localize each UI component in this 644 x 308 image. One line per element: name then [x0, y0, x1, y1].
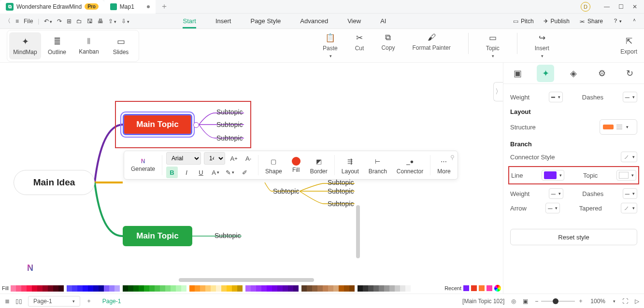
file-menu[interactable]: File: [24, 18, 33, 25]
panel-toggle-button[interactable]: 〉: [493, 82, 503, 101]
generate-button[interactable]: N Generate: [128, 158, 158, 172]
share-button[interactable]: ⫘Share: [579, 18, 603, 25]
color-swatch[interactable]: [344, 285, 349, 292]
color-swatch[interactable]: [27, 285, 32, 292]
color-swatch[interactable]: [349, 285, 355, 292]
color-swatch[interactable]: [139, 285, 144, 292]
color-swatch[interactable]: [293, 285, 299, 292]
menu-button[interactable]: ≡: [15, 18, 19, 25]
color-swatch[interactable]: [261, 285, 267, 292]
color-swatch[interactable]: [283, 285, 288, 292]
color-swatch[interactable]: [53, 285, 58, 292]
color-swatch[interactable]: [363, 285, 368, 292]
pitch-button[interactable]: ▭Pitch: [513, 18, 534, 25]
tab-insert[interactable]: Insert: [215, 14, 231, 28]
color-swatch[interactable]: [21, 285, 27, 292]
weight-select[interactable]: ─ ▾: [549, 188, 563, 199]
tapered-select[interactable]: ⟋ ▾: [621, 203, 637, 213]
color-swatch[interactable]: [109, 285, 114, 292]
color-swatch[interactable]: [373, 285, 379, 292]
shape-button[interactable]: ▢Shape: [262, 155, 285, 175]
color-swatch[interactable]: [200, 285, 205, 292]
node-subtopic[interactable]: Subtopic: [273, 187, 299, 195]
color-swatch[interactable]: [104, 285, 109, 292]
insert-button[interactable]: ↪Insert▾: [535, 33, 549, 58]
recent-swatch[interactable]: [463, 285, 469, 291]
cut-button[interactable]: ✂Cut: [355, 33, 364, 58]
layout-button[interactable]: ⇶Layout: [339, 155, 362, 175]
color-swatch[interactable]: [216, 285, 221, 292]
outline-toggle-icon[interactable]: ≣: [5, 298, 10, 305]
back-button[interactable]: 〈: [5, 17, 11, 25]
topic-button[interactable]: ▭Topic▾: [486, 33, 500, 58]
color-swatch[interactable]: [312, 285, 317, 292]
color-swatch[interactable]: [144, 285, 149, 292]
color-swatch[interactable]: [400, 285, 405, 292]
color-swatch[interactable]: [384, 285, 389, 292]
structure-select[interactable]: ▾: [600, 119, 637, 135]
color-swatch[interactable]: [123, 285, 128, 292]
tab-page-style[interactable]: Page Style: [250, 14, 281, 28]
rp-tab-format[interactable]: ✦: [537, 65, 554, 82]
color-swatch[interactable]: [368, 285, 373, 292]
color-swatch[interactable]: [16, 285, 21, 292]
locate-button[interactable]: ◎: [511, 298, 516, 305]
close-button[interactable]: ✕: [632, 3, 637, 10]
color-swatch[interactable]: [77, 285, 83, 292]
zoom-in-button[interactable]: ＋: [578, 297, 584, 305]
color-swatch[interactable]: [317, 285, 323, 292]
color-swatch[interactable]: [323, 285, 328, 292]
color-swatch[interactable]: [328, 285, 333, 292]
color-swatch[interactable]: [333, 285, 339, 292]
format-painter-button[interactable]: 🖌Format Painter: [412, 33, 450, 58]
recent-swatch[interactable]: [471, 285, 477, 291]
color-swatch[interactable]: [181, 285, 186, 292]
color-swatch[interactable]: [165, 285, 171, 292]
color-swatch[interactable]: [277, 285, 283, 292]
color-swatch[interactable]: [379, 285, 384, 292]
canvas[interactable]: 〉 Main Topic Subtopic Subtopic Subtopic …: [0, 63, 503, 294]
fill-button[interactable]: Fill: [289, 157, 303, 173]
connector-style-select[interactable]: ⟋ ▾: [621, 152, 637, 162]
publish-button[interactable]: ✈Publish: [544, 18, 570, 25]
color-swatch[interactable]: [237, 285, 243, 292]
color-swatch[interactable]: [171, 285, 176, 292]
print-button[interactable]: 🖶: [98, 18, 103, 25]
color-swatch[interactable]: [211, 285, 216, 292]
color-swatch[interactable]: [301, 285, 307, 292]
node-main-topic-1[interactable]: Main Topic: [123, 114, 192, 135]
color-swatch[interactable]: [195, 285, 200, 292]
topic-color-select[interactable]: ▾: [616, 170, 636, 181]
new-tab-button[interactable]: ＋: [160, 3, 168, 11]
tab-ai[interactable]: AI: [380, 14, 386, 28]
pin-icon[interactable]: ⚲: [450, 154, 455, 161]
color-swatch[interactable]: [133, 285, 139, 292]
export-quick-button[interactable]: ⇪▾: [108, 18, 116, 25]
view-kanban[interactable]: ⦀Kanban: [73, 32, 105, 59]
node-subtopic[interactable]: Subtopic: [328, 200, 354, 208]
zoom-out-button[interactable]: −: [535, 298, 538, 305]
color-swatch[interactable]: [72, 285, 77, 292]
color-swatch[interactable]: [114, 285, 120, 292]
color-swatch[interactable]: [67, 285, 72, 292]
node-main-topic-3[interactable]: Main Topic: [123, 226, 192, 246]
new-button[interactable]: ⊞: [67, 18, 72, 25]
color-swatch[interactable]: [272, 285, 277, 292]
color-swatch[interactable]: [160, 285, 165, 292]
color-swatch[interactable]: [245, 285, 251, 292]
color-swatch[interactable]: [389, 285, 395, 292]
recent-swatch[interactable]: [479, 285, 485, 291]
font-size-select[interactable]: 14: [204, 152, 225, 165]
redo-button[interactable]: ↷: [57, 18, 62, 25]
open-button[interactable]: 🗀: [76, 18, 82, 25]
color-swatch[interactable]: [307, 285, 312, 292]
vertical-scrollbar[interactable]: [356, 205, 360, 258]
color-picker-button[interactable]: [494, 285, 501, 292]
color-swatch[interactable]: [155, 285, 160, 292]
help-button[interactable]: ？▾: [613, 17, 622, 25]
app-tab[interactable]: ⧉ Wondershare EdrawMind Pro: [0, 0, 104, 14]
color-swatch[interactable]: [395, 285, 400, 292]
reset-style-button[interactable]: Reset style: [510, 229, 637, 245]
grow-font-button[interactable]: A+: [228, 153, 240, 164]
user-avatar[interactable]: D: [581, 2, 590, 12]
